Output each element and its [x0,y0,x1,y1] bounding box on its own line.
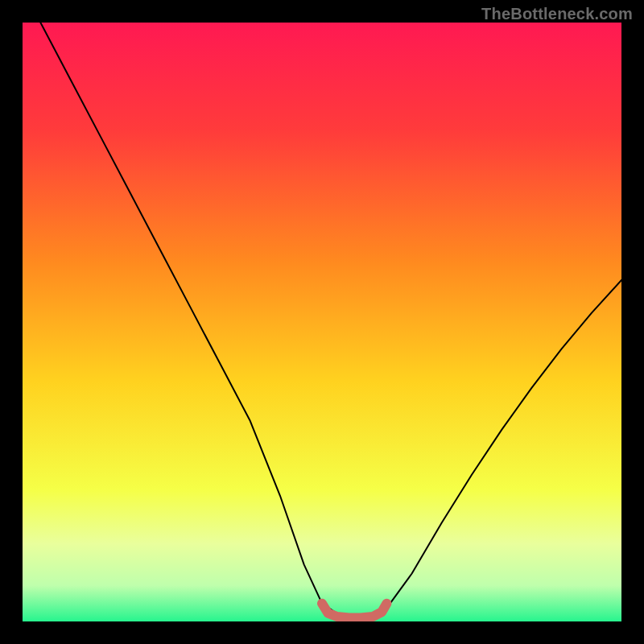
watermark-text: TheBottleneck.com [481,5,633,23]
series-bottleneck-curve [40,23,621,617]
series-sweet-spot-marker [322,604,386,618]
chart-container: TheBottleneck.com [0,0,644,644]
plot-area [23,23,621,621]
curve-layer [23,23,621,621]
